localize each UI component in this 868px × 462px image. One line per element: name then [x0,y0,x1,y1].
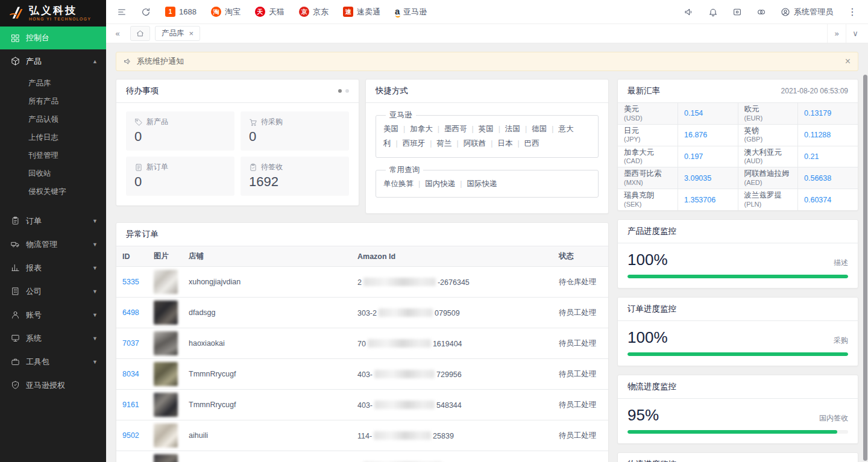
link-amazon[interactable]: a 亚马逊 [395,7,427,17]
screen-lock-icon[interactable] [732,7,742,17]
sidebar-item-reports[interactable]: 报表 ▼ [0,256,106,279]
user-circle-icon [781,7,790,17]
orders-header-row: ID 图片 店铺 Amazon Id 状态 [116,246,608,267]
order-id-link[interactable]: 9502 [122,431,139,440]
admin-menu[interactable]: 系统管理员 [781,7,833,17]
redacted-text [379,308,433,317]
query-link[interactable]: 单位换算 [383,179,414,188]
sidebar-item-amazon-auth[interactable]: 亚马逊授权 [0,373,106,397]
collapse-menu-icon[interactable] [117,7,127,17]
person-icon [11,310,20,319]
rings-icon[interactable] [756,7,766,17]
order-id-link[interactable]: 5335 [122,278,139,286]
redacted-text [363,278,436,286]
more-menu-icon[interactable]: ⋮ [848,7,857,17]
stat-to-purchase[interactable]: 待采购 0 [241,111,349,151]
sidebar-item-upload-log[interactable]: 上传日志 [0,128,106,146]
sidebar-item-product-claim[interactable]: 产品认领 [0,110,106,128]
rates-row: 美元(USD) 0.154 欧元(EUR) 0.13179 [618,103,858,124]
sidebar-item-system[interactable]: 系统 ▼ [0,326,106,350]
sidebar-item-infringing-keywords[interactable]: 侵权关键字 [0,183,106,201]
logo-title: 弘义科技 [29,5,91,17]
progress-percent: 95% [627,406,659,425]
sidebar-item-recycle-bin[interactable]: 回收站 [0,164,106,183]
sidebar-item-label: 工具包 [26,357,49,367]
speaker-icon[interactable] [684,7,694,17]
amazon-id: 114-25839 [351,420,553,451]
country-link[interactable]: 日本 [486,139,512,148]
stat-value: 0 [134,129,226,145]
country-link[interactable]: 墨西哥 [433,125,467,133]
tabs-scroll-right[interactable]: » [827,24,846,43]
country-link[interactable]: 阿联酋 [452,139,486,148]
country-link[interactable]: 西班牙 [391,139,426,148]
tab-product-library[interactable]: 产品库 × [155,26,200,41]
shortcuts-title: 快捷方式 [376,86,408,96]
tabbar-right: » ∨ [827,24,864,43]
order-id-link[interactable]: 8034 [122,370,139,378]
bell-icon[interactable] [708,7,718,17]
chevron-down-icon: ▼ [92,265,98,271]
link-1688[interactable]: 1 1688 [165,7,197,17]
sidebar-item-orders[interactable]: 订单 ▼ [0,209,106,233]
refresh-icon[interactable] [141,7,151,17]
sidebar-item-toolkit[interactable]: 工具包 ▼ [0,350,106,373]
order-status: 待员工处理 [553,298,608,328]
close-icon[interactable]: × [845,57,851,66]
order-id-link[interactable]: 6498 [122,308,139,317]
currency-rate: 0.13179 [798,103,858,124]
country-link[interactable]: 德国 [520,125,547,133]
tab-home[interactable] [130,26,150,41]
order-id-link[interactable]: 7037 [122,339,139,348]
country-link[interactable]: 荷兰 [425,139,451,148]
carousel-dot-active[interactable] [338,89,342,93]
link-jd[interactable]: 京 京东 [299,7,329,17]
amazon-links-group: 亚马逊 美国加拿大墨西哥英国法国德国意大利西班牙荷兰阿联酋日本巴西 [376,110,599,158]
currency-name: 阿联酋迪拉姆 [744,169,792,179]
stat-value: 0 [134,174,226,190]
link-taobao[interactable]: 淘 淘宝 [211,7,241,17]
scrollbar-thumb[interactable] [863,75,867,461]
currency-name: 美元 [624,105,671,114]
carousel-dot[interactable] [345,89,349,93]
logo[interactable]: 弘义科技 HONG YI TECHNOLOGY [0,0,106,27]
stat-label: 新订单 [146,162,168,172]
logo-subtitle: HONG YI TECHNOLOGY [29,17,91,21]
progress-percent: 100% [627,251,668,269]
todo-title: 待办事项 [126,86,159,96]
close-icon[interactable]: × [189,29,194,38]
sidebar-item-product-library[interactable]: 产品库 [0,74,106,92]
currency-code: (PLN) [744,201,792,208]
sidebar-item-console[interactable]: 控制台 [0,27,106,49]
sidebar-item-all-products[interactable]: 所有产品 [0,92,106,110]
sidebar-item-products[interactable]: 产品 ▲ [0,49,106,73]
link-aliexpress[interactable]: 速 速卖通 [343,7,380,17]
redacted-text [374,431,431,440]
tabs-scroll-left[interactable]: « [110,29,125,38]
tab-label: 产品库 [162,28,184,39]
sidebar-nav: 控制台 产品 ▲ 产品库 所有产品 产品认领 上传日志 刊登管理 回收站 侵权关… [0,27,106,397]
stat-new-products[interactable]: 新产品 0 [126,111,234,151]
tabs-menu-chevron[interactable]: ∨ [846,24,864,43]
main-content: 系统维护通知 × 待办事项 [106,43,868,462]
stat-to-sign[interactable]: 待签收 1692 [241,157,349,196]
order-id-link[interactable]: 9161 [122,401,139,409]
country-link[interactable]: 英国 [467,125,494,133]
link-tmall[interactable]: 天 天猫 [255,7,285,17]
redacted-text [368,339,431,348]
country-link[interactable]: 巴西 [513,139,539,148]
notice-text: 系统维护通知 [137,56,184,67]
stat-new-orders[interactable]: 新订单 0 [126,157,234,196]
currency-code: (MXN) [624,179,671,187]
country-link[interactable]: 美国 [383,125,398,133]
sidebar-item-company[interactable]: 公司 ▼ [0,279,106,303]
sidebar-item-listing-management[interactable]: 刊登管理 [0,146,106,164]
query-link[interactable]: 国际快递 [455,179,497,188]
sidebar-item-logistics[interactable]: 物流管理 ▼ [0,233,106,256]
sidebar-item-accounts[interactable]: 账号 ▼ [0,303,106,326]
country-link[interactable]: 法国 [494,125,520,133]
country-link[interactable]: 加拿大 [398,125,433,133]
rates-row: 日元(JPY) 16.876 英镑(GBP) 0.11288 [618,124,858,146]
query-link[interactable]: 国内快递 [414,179,455,188]
order-progress-card: 订单进度监控 100% 采购 [617,297,858,366]
